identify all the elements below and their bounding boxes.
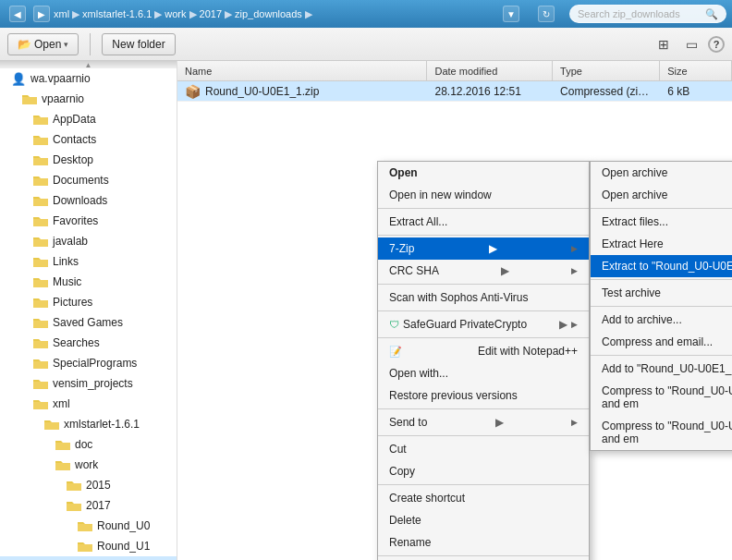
sidebar-item-doc[interactable]: doc bbox=[0, 434, 177, 455]
refresh-button[interactable]: ↻ bbox=[538, 6, 555, 22]
sidebar-item-saved-games[interactable]: Saved Games bbox=[0, 312, 177, 333]
breadcrumb-2017[interactable]: 2017 bbox=[200, 8, 222, 19]
breadcrumb-xmlstarlet[interactable]: xmlstarlet-1.6.1 bbox=[82, 8, 152, 19]
sidebar-item-vensim-projects[interactable]: vensim_projects bbox=[0, 373, 177, 394]
ctx-sep-4 bbox=[378, 310, 589, 311]
ctx-extract-all[interactable]: Extract All... bbox=[378, 211, 589, 233]
breadcrumb-zip-downloads[interactable]: zip_downloads bbox=[235, 8, 302, 19]
sidebar-label-2015: 2015 bbox=[86, 479, 111, 492]
ctx-sep-1 bbox=[378, 208, 589, 209]
ctx-7zip[interactable]: 7-Zip ▶ bbox=[378, 237, 589, 260]
sidebar-item-music[interactable]: Music bbox=[0, 272, 177, 292]
sidebar-item-contacts[interactable]: Contacts bbox=[0, 129, 177, 150]
col-header-date[interactable]: Date modified bbox=[427, 61, 553, 80]
col-header-name[interactable]: Name bbox=[177, 61, 427, 80]
notepad-icon: 📝 bbox=[389, 346, 402, 358]
submenu-test-archive[interactable]: Test archive bbox=[591, 282, 732, 304]
person-icon: 👤 bbox=[11, 72, 26, 86]
ctx-crc-sha[interactable]: CRC SHA ▶ bbox=[378, 260, 589, 282]
sidebar-item-work[interactable]: work bbox=[0, 455, 177, 475]
folder-icon bbox=[33, 235, 48, 248]
sidebar-item-desktop[interactable]: Desktop bbox=[0, 150, 177, 170]
sidebar-item-searches[interactable]: Searches bbox=[0, 333, 177, 353]
sidebar-item-xml[interactable]: xml bbox=[0, 394, 177, 414]
submenu-open-archive-2[interactable]: Open archive bbox=[591, 184, 732, 206]
sidebar-item-2017[interactable]: 2017 bbox=[0, 495, 177, 516]
nav-back-button[interactable]: ◀ bbox=[9, 6, 26, 22]
ctx-sep-3 bbox=[378, 284, 589, 285]
submenu-sep-2 bbox=[591, 279, 732, 280]
help-button[interactable]: ? bbox=[708, 36, 725, 53]
ctx-sophos[interactable]: Scan with Sophos Anti-Virus bbox=[378, 286, 589, 309]
search-icon: 🔍 bbox=[705, 8, 718, 20]
ctx-safeguard[interactable]: 🛡 SafeGuard PrivateCrypto ▶ bbox=[378, 313, 589, 335]
sidebar-item-favorites[interactable]: Favorites bbox=[0, 211, 177, 231]
sidebar-label-work: work bbox=[75, 458, 98, 471]
sidebar-label-saved-games: Saved Games bbox=[53, 316, 123, 329]
open-dropdown-arrow[interactable]: ▾ bbox=[64, 40, 68, 49]
submenu-extract-to[interactable]: Extract to "Round_U0-U0E1_1\" bbox=[591, 255, 732, 277]
sidebar-item-special-programs[interactable]: SpecialPrograms bbox=[0, 353, 177, 373]
nav-forward-button[interactable]: ▶ bbox=[33, 6, 50, 22]
open-folder-icon: 📂 bbox=[18, 38, 31, 51]
ctx-create-shortcut[interactable]: Create shortcut bbox=[378, 487, 589, 509]
sidebar-label-pictures: Pictures bbox=[53, 296, 92, 309]
preview-button[interactable]: ▭ bbox=[680, 33, 702, 55]
sidebar-item-2015[interactable]: 2015 bbox=[0, 475, 177, 495]
folder-icon bbox=[33, 153, 48, 166]
file-list-header: Name Date modified Type Size bbox=[177, 61, 732, 81]
sidebar-item-wa-vpaarnio[interactable]: 👤 wa.vpaarnio bbox=[0, 68, 177, 89]
submenu-extract-files[interactable]: Extract files... bbox=[591, 211, 732, 233]
sidebar-item-appdata[interactable]: AppData bbox=[0, 109, 177, 129]
folder-icon bbox=[22, 92, 37, 105]
new-folder-button[interactable]: New folder bbox=[102, 33, 175, 55]
sidebar-item-pictures[interactable]: Pictures bbox=[0, 292, 177, 312]
sidebar-label-special-programs: SpecialPrograms bbox=[53, 357, 137, 370]
folder-icon bbox=[33, 377, 48, 390]
submenu-add-to-archive[interactable]: Add to archive... bbox=[591, 309, 732, 331]
submenu-compress-email[interactable]: Compress and email... bbox=[591, 331, 732, 353]
sidebar-item-downloads[interactable]: Downloads bbox=[0, 190, 177, 211]
ctx-open-new-window[interactable]: Open in new window bbox=[378, 184, 589, 206]
ctx-rename[interactable]: Rename bbox=[378, 531, 589, 554]
submenu-compress-zip-email[interactable]: Compress to "Round_U0-U0E1_1.zip" and em bbox=[591, 415, 732, 450]
sidebar-item-round-u0[interactable]: Round_U0 bbox=[0, 516, 177, 536]
ctx-notepad[interactable]: 📝 Edit with Notepad++ bbox=[378, 340, 589, 362]
search-box[interactable]: Search zip_downloads 🔍 bbox=[569, 5, 726, 23]
submenu-extract-here[interactable]: Extract Here bbox=[591, 233, 732, 255]
submenu-sep-1 bbox=[591, 208, 732, 209]
sidebar-item-javalab[interactable]: javalab bbox=[0, 231, 177, 251]
sidebar-item-round-u1[interactable]: Round_U1 bbox=[0, 536, 177, 556]
ctx-copy[interactable]: Copy bbox=[378, 460, 589, 482]
ctx-sep-9 bbox=[378, 555, 589, 556]
breadcrumb-dropdown-button[interactable]: ▼ bbox=[503, 6, 519, 22]
breadcrumb-work[interactable]: work bbox=[165, 8, 186, 19]
submenu-compress-7z-email[interactable]: Compress to "Round_U0-U0E1_1.7z" and em bbox=[591, 380, 732, 415]
sidebar-item-documents[interactable]: Documents bbox=[0, 170, 177, 190]
col-header-type[interactable]: Type bbox=[553, 61, 660, 80]
change-view-button[interactable]: ⊞ bbox=[653, 33, 675, 55]
ctx-open[interactable]: Open bbox=[378, 162, 589, 184]
zip-file-icon: 📦 bbox=[185, 84, 201, 99]
submenu-add-7z[interactable]: Add to "Round_U0-U0E1_1.7z" bbox=[591, 358, 732, 380]
sidebar-item-links[interactable]: Links bbox=[0, 251, 177, 272]
sidebar-scroll-up[interactable]: ▲ bbox=[0, 61, 177, 68]
ctx-cut[interactable]: Cut bbox=[378, 438, 589, 460]
col-header-size[interactable]: Size bbox=[660, 61, 732, 80]
folder-icon bbox=[55, 438, 70, 451]
ctx-send-to[interactable]: Send to ▶ bbox=[378, 411, 589, 433]
ctx-restore[interactable]: Restore previous versions bbox=[378, 384, 589, 407]
sidebar-item-zip-downloads[interactable]: zip_downloads bbox=[0, 556, 177, 560]
folder-icon bbox=[78, 519, 92, 532]
shield-icon: 🛡 bbox=[389, 319, 399, 330]
ctx-sep-6 bbox=[378, 408, 589, 409]
file-row[interactable]: 📦 Round_U0-U0E1_1.zip 28.12.2016 12:51 C… bbox=[177, 81, 732, 102]
sidebar-item-vpaarnio[interactable]: vpaarnio bbox=[0, 89, 177, 109]
folder-icon bbox=[33, 316, 48, 329]
submenu-open-archive-1[interactable]: Open archive bbox=[591, 162, 732, 184]
ctx-open-with[interactable]: Open with... bbox=[378, 362, 589, 384]
open-button[interactable]: 📂 Open ▾ bbox=[7, 33, 79, 55]
breadcrumb-xml[interactable]: xml bbox=[54, 8, 69, 19]
ctx-delete[interactable]: Delete bbox=[378, 509, 589, 531]
sidebar-item-xmlstarlet[interactable]: xmlstarlet-1.6.1 bbox=[0, 414, 177, 434]
